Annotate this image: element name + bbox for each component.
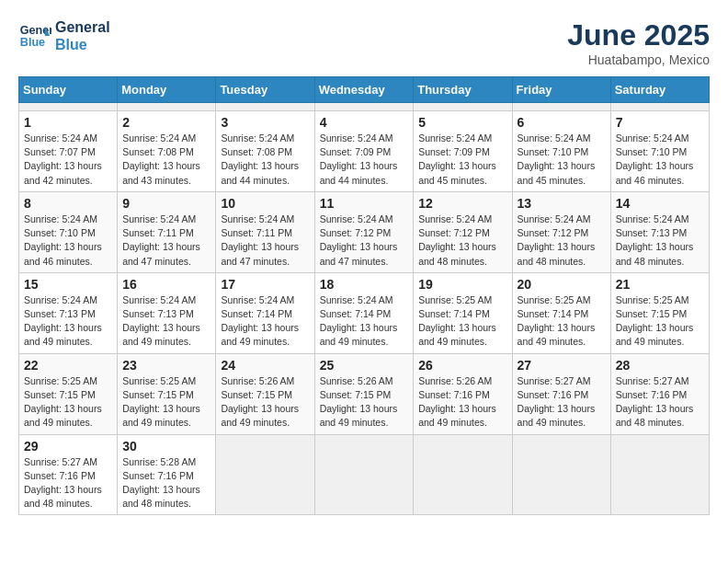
cell-info: Sunrise: 5:25 AMSunset: 7:14 PMDaylight:… — [518, 293, 606, 350]
cell-day-number: 14 — [616, 196, 704, 211]
calendar-cell — [512, 103, 610, 111]
calendar-cell — [314, 103, 414, 111]
cell-day-number: 13 — [518, 196, 606, 211]
calendar-cell: 15Sunrise: 5:24 AMSunset: 7:13 PMDayligh… — [19, 272, 118, 353]
cell-info: Sunrise: 5:24 AMSunset: 7:08 PMDaylight:… — [122, 132, 210, 188]
calendar-cell: 7Sunrise: 5:24 AMSunset: 7:10 PMDaylight… — [610, 111, 709, 192]
cell-info: Sunrise: 5:24 AMSunset: 7:11 PMDaylight:… — [221, 213, 309, 269]
calendar-cell: 14Sunrise: 5:24 AMSunset: 7:13 PMDayligh… — [610, 191, 709, 272]
cell-info: Sunrise: 5:26 AMSunset: 7:15 PMDaylight:… — [221, 374, 309, 431]
location: Huatabampo, Mexico — [567, 52, 710, 67]
calendar-week-3: 15Sunrise: 5:24 AMSunset: 7:13 PMDayligh… — [19, 272, 710, 353]
calendar-cell: 19Sunrise: 5:25 AMSunset: 7:14 PMDayligh… — [414, 272, 512, 353]
cell-info: Sunrise: 5:24 AMSunset: 7:10 PMDaylight:… — [24, 213, 112, 269]
cell-info: Sunrise: 5:24 AMSunset: 7:13 PMDaylight:… — [24, 293, 112, 350]
calendar-cell — [314, 434, 414, 515]
calendar-cell: 13Sunrise: 5:24 AMSunset: 7:12 PMDayligh… — [512, 191, 610, 272]
day-header-thursday: Thursday — [414, 77, 512, 103]
calendar-cell: 30Sunrise: 5:28 AMSunset: 7:16 PMDayligh… — [118, 434, 216, 515]
cell-day-number: 9 — [122, 196, 210, 211]
page-header: General Blue General Blue June 2025 Huat… — [18, 18, 710, 67]
day-header-tuesday: Tuesday — [216, 77, 314, 103]
calendar-header-row: SundayMondayTuesdayWednesdayThursdayFrid… — [19, 77, 710, 103]
calendar-cell: 26Sunrise: 5:26 AMSunset: 7:16 PMDayligh… — [414, 353, 512, 434]
cell-info: Sunrise: 5:27 AMSunset: 7:16 PMDaylight:… — [518, 374, 606, 431]
cell-day-number: 2 — [122, 115, 210, 130]
cell-info: Sunrise: 5:25 AMSunset: 7:14 PMDaylight:… — [418, 293, 506, 350]
cell-day-number: 20 — [518, 277, 606, 292]
cell-day-number: 21 — [616, 277, 704, 292]
cell-info: Sunrise: 5:24 AMSunset: 7:09 PMDaylight:… — [320, 132, 409, 188]
calendar-cell: 3Sunrise: 5:24 AMSunset: 7:08 PMDaylight… — [216, 111, 314, 192]
calendar-cell — [118, 103, 216, 111]
cell-day-number: 8 — [24, 196, 112, 211]
cell-info: Sunrise: 5:25 AMSunset: 7:15 PMDaylight:… — [122, 374, 210, 431]
logo-blue: Blue — [55, 36, 110, 53]
cell-day-number: 25 — [320, 358, 409, 373]
calendar-cell: 4Sunrise: 5:24 AMSunset: 7:09 PMDaylight… — [314, 111, 414, 192]
cell-day-number: 16 — [122, 277, 210, 292]
calendar-cell — [216, 434, 314, 515]
cell-day-number: 4 — [320, 115, 409, 130]
calendar-cell — [414, 434, 512, 515]
logo-general: General — [55, 18, 110, 36]
calendar-cell: 25Sunrise: 5:26 AMSunset: 7:15 PMDayligh… — [314, 353, 414, 434]
calendar-cell: 18Sunrise: 5:24 AMSunset: 7:14 PMDayligh… — [314, 272, 414, 353]
cell-day-number: 29 — [24, 439, 112, 454]
cell-info: Sunrise: 5:24 AMSunset: 7:08 PMDaylight:… — [221, 132, 309, 188]
cell-day-number: 7 — [616, 115, 704, 130]
calendar-cell: 9Sunrise: 5:24 AMSunset: 7:11 PMDaylight… — [118, 191, 216, 272]
calendar-cell: 2Sunrise: 5:24 AMSunset: 7:08 PMDaylight… — [118, 111, 216, 192]
day-header-saturday: Saturday — [610, 77, 709, 103]
calendar-cell: 23Sunrise: 5:25 AMSunset: 7:15 PMDayligh… — [118, 353, 216, 434]
day-header-monday: Monday — [118, 77, 216, 103]
calendar-cell: 28Sunrise: 5:27 AMSunset: 7:16 PMDayligh… — [610, 353, 709, 434]
cell-info: Sunrise: 5:24 AMSunset: 7:12 PMDaylight:… — [518, 213, 606, 269]
calendar-cell: 29Sunrise: 5:27 AMSunset: 7:16 PMDayligh… — [19, 434, 118, 515]
calendar-cell: 12Sunrise: 5:24 AMSunset: 7:12 PMDayligh… — [414, 191, 512, 272]
cell-info: Sunrise: 5:24 AMSunset: 7:09 PMDaylight:… — [418, 132, 506, 188]
calendar-cell: 1Sunrise: 5:24 AMSunset: 7:07 PMDaylight… — [19, 111, 118, 192]
day-header-sunday: Sunday — [19, 77, 118, 103]
cell-day-number: 17 — [221, 277, 309, 292]
cell-day-number: 26 — [418, 358, 506, 373]
logo-icon: General Blue — [18, 19, 51, 52]
calendar-cell: 6Sunrise: 5:24 AMSunset: 7:10 PMDaylight… — [512, 111, 610, 192]
calendar-week-5: 29Sunrise: 5:27 AMSunset: 7:16 PMDayligh… — [19, 434, 710, 515]
cell-day-number: 6 — [518, 115, 606, 130]
cell-day-number: 10 — [221, 196, 309, 211]
calendar-cell: 27Sunrise: 5:27 AMSunset: 7:16 PMDayligh… — [512, 353, 610, 434]
calendar-cell — [512, 434, 610, 515]
cell-day-number: 11 — [320, 196, 409, 211]
cell-info: Sunrise: 5:27 AMSunset: 7:16 PMDaylight:… — [616, 374, 704, 431]
calendar-cell: 11Sunrise: 5:24 AMSunset: 7:12 PMDayligh… — [314, 191, 414, 272]
calendar-week-4: 22Sunrise: 5:25 AMSunset: 7:15 PMDayligh… — [19, 353, 710, 434]
cell-info: Sunrise: 5:24 AMSunset: 7:13 PMDaylight:… — [616, 213, 704, 269]
calendar-cell — [610, 103, 709, 111]
title-block: June 2025 Huatabampo, Mexico — [567, 18, 710, 67]
cell-day-number: 23 — [122, 358, 210, 373]
cell-day-number: 22 — [24, 358, 112, 373]
calendar-week-0 — [19, 103, 710, 111]
day-header-friday: Friday — [512, 77, 610, 103]
calendar-week-2: 8Sunrise: 5:24 AMSunset: 7:10 PMDaylight… — [19, 191, 710, 272]
cell-info: Sunrise: 5:24 AMSunset: 7:11 PMDaylight:… — [122, 213, 210, 269]
calendar-cell: 8Sunrise: 5:24 AMSunset: 7:10 PMDaylight… — [19, 191, 118, 272]
cell-info: Sunrise: 5:25 AMSunset: 7:15 PMDaylight:… — [24, 374, 112, 431]
calendar-cell: 17Sunrise: 5:24 AMSunset: 7:14 PMDayligh… — [216, 272, 314, 353]
calendar-cell — [216, 103, 314, 111]
cell-day-number: 15 — [24, 277, 112, 292]
cell-day-number: 1 — [24, 115, 112, 130]
cell-info: Sunrise: 5:26 AMSunset: 7:15 PMDaylight:… — [320, 374, 409, 431]
cell-day-number: 3 — [221, 115, 309, 130]
day-header-wednesday: Wednesday — [314, 77, 414, 103]
svg-text:Blue: Blue — [20, 36, 45, 49]
cell-day-number: 12 — [418, 196, 506, 211]
cell-info: Sunrise: 5:24 AMSunset: 7:13 PMDaylight:… — [122, 293, 210, 350]
cell-info: Sunrise: 5:28 AMSunset: 7:16 PMDaylight:… — [122, 455, 210, 511]
cell-info: Sunrise: 5:24 AMSunset: 7:12 PMDaylight:… — [320, 213, 409, 269]
cell-info: Sunrise: 5:27 AMSunset: 7:16 PMDaylight:… — [24, 455, 112, 511]
cell-day-number: 5 — [418, 115, 506, 130]
cell-info: Sunrise: 5:26 AMSunset: 7:16 PMDaylight:… — [418, 374, 506, 431]
cell-day-number: 18 — [320, 277, 409, 292]
